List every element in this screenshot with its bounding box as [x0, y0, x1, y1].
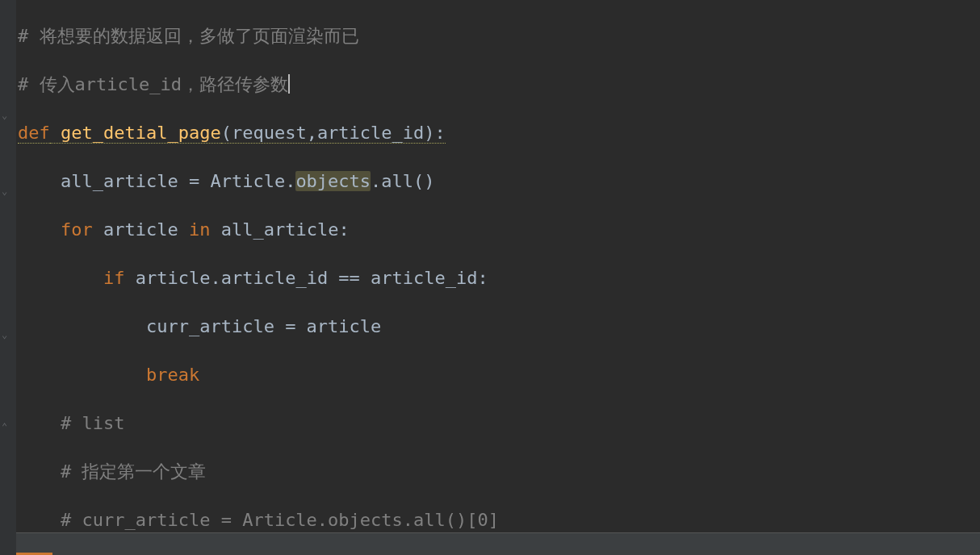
function-name: get_detial_page [50, 123, 221, 144]
comment-text: 将想要的数据返回，多做了页面渲染而已 [40, 26, 359, 46]
code-area[interactable]: # 将想要的数据返回，多做了页面渲染而已 # 传入article_id，路径传参… [16, 0, 980, 555]
code-text: all_article = Article. [18, 171, 295, 191]
keyword-if: if [103, 268, 125, 288]
comment-text: # [18, 74, 40, 94]
comment-text: # [18, 26, 40, 46]
code-line[interactable]: # 指定第一个文章 [18, 460, 980, 484]
code-line[interactable]: # 将想要的数据返回，多做了页面渲染而已 [18, 24, 980, 48]
code-line[interactable]: # 传入article_id，路径传参数 [18, 73, 980, 97]
code-line[interactable]: # curr_article = Article.objects.all()[0… [18, 508, 980, 532]
gutter-fold-icon[interactable]: ⌄ [2, 179, 7, 203]
code-text: curr_article = article [18, 316, 381, 336]
code-line[interactable]: all_article = Article.objects.all() [18, 169, 980, 194]
editor-gutter: ⌄ ⌄ ⌄ ⌃ [0, 0, 16, 555]
code-text: article.article_id == article_id: [124, 268, 488, 288]
comment-text: # curr_article = Article.objects.all()[0… [18, 510, 499, 530]
gutter-fold-icon[interactable]: ⌄ [2, 323, 7, 347]
keyword-in: in [189, 219, 211, 240]
code-line[interactable]: if article.article_id == article_id: [18, 266, 980, 290]
keyword-for: for [61, 219, 93, 240]
params-text: (request,article_id): [221, 123, 446, 144]
status-bar [16, 532, 980, 555]
code-line[interactable]: curr_article = article [18, 315, 980, 339]
code-line[interactable]: break [18, 363, 980, 387]
keyword-def: def [18, 123, 50, 144]
code-line[interactable]: for article in all_article: [18, 218, 980, 242]
keyword-break: break [146, 365, 199, 385]
code-line[interactable]: # list [18, 411, 980, 436]
code-editor[interactable]: ⌄ ⌄ ⌄ ⌃ # 将想要的数据返回，多做了页面渲染而已 # 传入article… [0, 0, 980, 555]
text-caret [288, 74, 290, 94]
gutter-fold-icon[interactable]: ⌃ [2, 415, 7, 439]
code-text: .all() [371, 171, 434, 191]
gutter-fold-icon[interactable]: ⌄ [2, 103, 7, 127]
highlighted-member: objects [295, 171, 371, 191]
code-text: article [93, 219, 189, 240]
comment-text: # 指定第一个文章 [18, 461, 206, 482]
comment-text: 传入article_id，路径传参数 [40, 74, 288, 94]
comment-text: # list [18, 413, 124, 433]
code-text: all_article: [210, 219, 349, 240]
code-line[interactable]: def get_detial_page(request,article_id): [18, 121, 980, 145]
